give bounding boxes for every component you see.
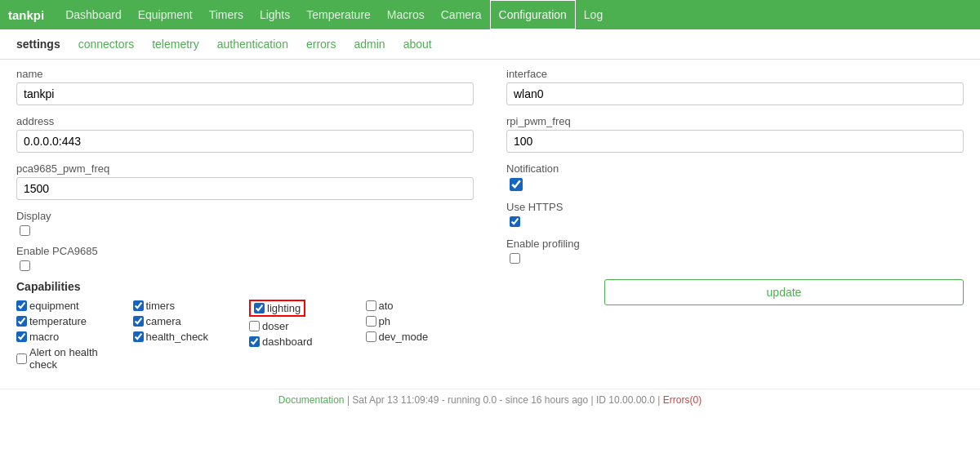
cap-timers-checkbox[interactable] — [133, 300, 144, 311]
name-label: name — [16, 68, 474, 80]
notification-group: Notification — [506, 162, 964, 191]
cap-dev-mode-label: dev_mode — [379, 331, 429, 343]
footer-run-info: Sat Apr 13 11:09:49 - running 0.0 - sinc… — [352, 394, 660, 406]
nav-configuration[interactable]: Configuration — [490, 0, 576, 29]
enable-pca-label: Enable PCA9685 — [16, 245, 474, 257]
capabilities-title: Capabilities — [16, 280, 474, 293]
name-field-group: name — [16, 68, 474, 105]
pca-input[interactable] — [16, 177, 474, 200]
nav-timers[interactable]: Timers — [201, 0, 252, 29]
cap-ato-label: ato — [379, 300, 394, 312]
nav-camera[interactable]: Camera — [433, 0, 490, 29]
cap-timers-label: timers — [146, 300, 175, 312]
enable-profiling-checkbox[interactable] — [510, 253, 520, 264]
cap-macro: macro — [16, 331, 125, 343]
footer-errors: Errors(0) — [663, 394, 702, 406]
cap-temperature: temperature — [16, 315, 125, 327]
capabilities-section: Capabilities equipment temperature — [16, 280, 474, 374]
subnav-connectors[interactable]: connectors — [70, 34, 142, 54]
enable-pca-group: Enable PCA9685 — [16, 245, 474, 273]
interface-input[interactable] — [506, 82, 964, 105]
cap-macro-checkbox[interactable] — [16, 331, 27, 342]
enable-pca-checkbox[interactable] — [20, 260, 30, 271]
cap-col2: timers camera health_check — [133, 300, 242, 374]
cap-doser-checkbox[interactable] — [249, 321, 260, 331]
cap-ph-checkbox[interactable] — [366, 316, 376, 327]
capabilities-grid: equipment temperature macro Alert o — [16, 300, 474, 374]
cap-equipment: equipment — [16, 300, 125, 312]
subnav-telemetry[interactable]: telemetry — [144, 34, 207, 54]
nav-temperature[interactable]: Temperature — [298, 0, 379, 29]
cap-col1: equipment temperature macro Alert o — [16, 300, 125, 374]
cap-ph-label: ph — [379, 315, 390, 327]
address-field-group: address — [16, 115, 474, 153]
display-group: Display — [16, 210, 474, 238]
cap-doser: doser — [249, 320, 358, 332]
subnav-errors[interactable]: errors — [298, 34, 345, 54]
rpi-label: rpi_pwm_freq — [506, 115, 964, 127]
nav-equipment[interactable]: Equipment — [130, 0, 201, 29]
display-label: Display — [16, 210, 474, 222]
nav-macros[interactable]: Macros — [379, 0, 433, 29]
use-https-checkbox[interactable] — [510, 216, 520, 227]
cap-ato: ato — [366, 300, 474, 312]
main-content: name address pca9685_pwm_freq Display En… — [0, 60, 980, 382]
cap-dev-mode-checkbox[interactable] — [366, 331, 376, 342]
cap-health-check: health_check — [133, 331, 242, 343]
cap-lighting: lighting — [249, 300, 305, 317]
cap-timers: timers — [133, 300, 242, 312]
footer: Documentation | Sat Apr 13 11:09:49 - ru… — [0, 389, 980, 411]
use-https-group: Use HTTPS — [506, 201, 964, 229]
cap-alert-label: Alert on health check — [29, 346, 125, 371]
cap-col3: lighting doser dashboard — [249, 300, 358, 374]
cap-equipment-checkbox[interactable] — [16, 300, 27, 311]
brand: tankpi — [8, 8, 44, 22]
cap-temperature-label: temperature — [29, 315, 87, 327]
address-input[interactable] — [16, 130, 474, 153]
address-label: address — [16, 115, 474, 127]
name-input[interactable] — [16, 82, 474, 105]
nav-dashboard[interactable]: Dashboard — [57, 0, 130, 29]
update-row: update — [506, 279, 964, 305]
cap-camera-checkbox[interactable] — [133, 316, 144, 327]
subnav-admin[interactable]: admin — [346, 34, 394, 54]
cap-dashboard-label: dashboard — [262, 336, 312, 348]
cap-health-check-label: health_check — [146, 331, 209, 343]
nav-lights[interactable]: Lights — [252, 0, 298, 29]
subnav-settings[interactable]: settings — [8, 34, 69, 54]
cap-camera: camera — [133, 315, 242, 327]
cap-equipment-label: equipment — [29, 300, 79, 312]
cap-alert: Alert on health check — [16, 346, 125, 371]
rpi-field-group: rpi_pwm_freq — [506, 115, 964, 153]
use-https-label: Use HTTPS — [506, 201, 964, 213]
nav-log[interactable]: Log — [576, 0, 611, 29]
right-column: interface rpi_pwm_freq Notification Use … — [506, 68, 964, 374]
cap-doser-label: doser — [262, 320, 289, 332]
subnav-authentication[interactable]: authentication — [209, 34, 296, 54]
cap-temperature-checkbox[interactable] — [16, 316, 27, 327]
display-checkbox[interactable] — [20, 225, 30, 236]
cap-ato-checkbox[interactable] — [366, 300, 376, 311]
form-grid: name address pca9685_pwm_freq Display En… — [16, 68, 964, 374]
cap-lighting-label: lighting — [267, 302, 301, 314]
subnav-about[interactable]: about — [395, 34, 440, 54]
doc-link[interactable]: Documentation — [278, 394, 345, 406]
cap-health-check-checkbox[interactable] — [133, 331, 144, 342]
cap-dashboard-checkbox[interactable] — [249, 336, 260, 347]
cap-camera-label: camera — [146, 315, 181, 327]
notification-checkbox[interactable] — [510, 178, 523, 191]
pca-label: pca9685_pwm_freq — [16, 162, 474, 175]
top-nav: tankpi Dashboard Equipment Timers Lights… — [0, 0, 980, 29]
cap-macro-label: macro — [29, 331, 59, 343]
enable-profiling-group: Enable profiling — [506, 238, 964, 266]
pca-field-group: pca9685_pwm_freq — [16, 162, 474, 200]
cap-alert-checkbox[interactable] — [16, 353, 27, 364]
enable-profiling-label: Enable profiling — [506, 238, 964, 250]
cap-dashboard: dashboard — [249, 336, 358, 348]
sub-nav: settings connectors telemetry authentica… — [0, 29, 980, 60]
cap-lighting-checkbox[interactable] — [254, 303, 265, 313]
update-button[interactable]: update — [604, 279, 964, 305]
cap-dev-mode: dev_mode — [366, 331, 474, 343]
notification-label: Notification — [506, 162, 964, 175]
rpi-input[interactable] — [506, 130, 964, 153]
